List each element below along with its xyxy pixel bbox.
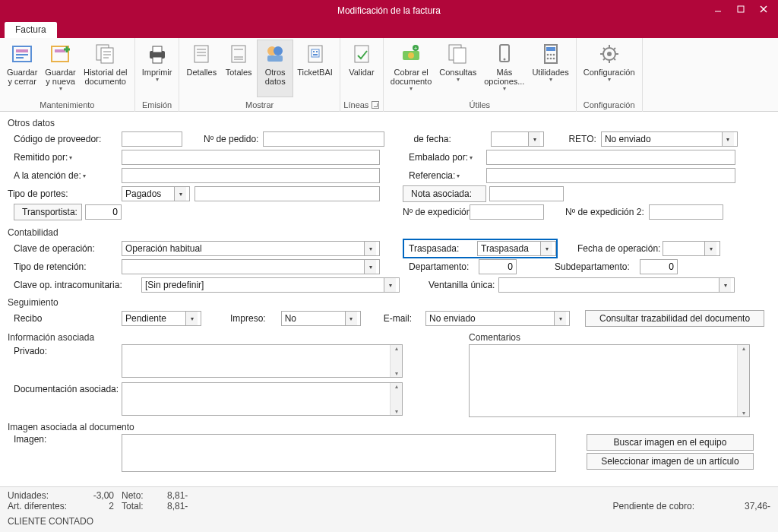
- totales-button[interactable]: Totales: [220, 40, 257, 97]
- svg-line-62: [614, 48, 615, 49]
- section-contabilidad: Contabilidad: [8, 227, 770, 238]
- svg-rect-35: [313, 54, 318, 55]
- section-otros-datos: Otros datos: [8, 118, 770, 128]
- status-bar: Unidades: -3,00 Neto: 8,81- Art. diferen…: [0, 486, 778, 532]
- window-title: Modificación de la factura: [0, 5, 778, 16]
- input-num-pedido[interactable]: [263, 131, 384, 147]
- svg-line-61: [603, 59, 605, 60]
- group-lineas-label: Líneas: [340, 100, 383, 112]
- configuracion-button[interactable]: Configuración▾: [580, 40, 639, 97]
- validar-button[interactable]: Validar: [343, 40, 380, 97]
- svg-rect-13: [101, 48, 113, 63]
- lbl-cod-prov: Código de proveedor:: [8, 131, 122, 147]
- section-imagen: Imagen asociada al documento: [8, 422, 770, 432]
- scrollbar[interactable]: ▴▾: [737, 345, 749, 416]
- input-exp2[interactable]: [649, 204, 723, 220]
- lbl-exp2: Nº de expedición 2:: [559, 204, 644, 220]
- lbl-clave-op: Clave de operación:: [8, 241, 122, 256]
- textarea-doc-asoc[interactable]: ▴▾: [122, 382, 403, 416]
- otros-datos-button[interactable]: Otros datos: [257, 40, 293, 97]
- btn-nota-asociada[interactable]: Nota asociada:: [403, 185, 486, 202]
- tab-row: Factura: [0, 21, 778, 38]
- lineas-dialog-launcher-icon[interactable]: [372, 101, 379, 109]
- svg-rect-18: [153, 46, 162, 52]
- input-nota-asoc[interactable]: [489, 186, 564, 201]
- tab-factura[interactable]: Factura: [5, 22, 57, 38]
- input-referencia[interactable]: [486, 168, 735, 183]
- scrollbar[interactable]: ▴▾: [390, 383, 402, 415]
- textarea-privado[interactable]: ▴▾: [122, 344, 403, 378]
- lbl-embalado[interactable]: Embalado por:: [403, 150, 486, 165]
- input-atencion[interactable]: [122, 168, 380, 183]
- input-cod-prov[interactable]: [122, 131, 182, 147]
- textarea-comentarios[interactable]: ▴▾: [469, 344, 750, 417]
- combo-clave-op[interactable]: Operación habitual▾: [122, 241, 380, 256]
- lbl-atencion[interactable]: A la atención de:: [8, 168, 122, 183]
- svg-point-44: [503, 59, 505, 61]
- svg-point-38: [408, 52, 414, 59]
- lbl-impreso: Impreso:: [224, 311, 266, 326]
- historial-button[interactable]: Historial del documento: [80, 40, 131, 97]
- ft-neto-val: 8,81-: [167, 490, 205, 501]
- section-info-asoc: Información asociada: [8, 332, 460, 343]
- group-utiles-label: Útiles: [384, 100, 576, 112]
- svg-rect-20: [194, 46, 208, 62]
- svg-rect-9: [55, 49, 65, 52]
- minimize-button[interactable]: [707, 0, 729, 18]
- input-transportista[interactable]: [85, 204, 122, 220]
- scrollbar[interactable]: ▴▾: [390, 345, 402, 377]
- consultas-icon: [446, 42, 470, 66]
- guardar-nueva-button[interactable]: Guardar y nueva▾: [41, 40, 79, 97]
- lbl-reto: RETO:: [562, 131, 596, 147]
- combo-tipo-portes[interactable]: Pagados▾: [122, 186, 190, 201]
- input-remitido[interactable]: [122, 150, 380, 165]
- combo-traspasada[interactable]: Traspasada▾: [477, 241, 556, 256]
- combo-de-fecha[interactable]: ▾: [491, 131, 544, 147]
- svg-rect-19: [153, 57, 162, 63]
- ft-neto-lbl: Neto:: [122, 490, 167, 501]
- totales-icon: [226, 42, 251, 66]
- input-departamento[interactable]: [479, 259, 517, 274]
- input-portes-extra[interactable]: [194, 186, 380, 201]
- svg-point-51: [549, 58, 552, 60]
- utilidades-button[interactable]: Utilidades▾: [528, 40, 572, 97]
- cobrar-button[interactable]: + Cobrar el documento▾: [387, 40, 435, 97]
- input-subdep[interactable]: [640, 259, 678, 274]
- btn-buscar-imagen[interactable]: Buscar imagen en el equipo: [587, 434, 754, 451]
- lbl-referencia[interactable]: Referencia:: [403, 168, 486, 183]
- close-button[interactable]: [752, 0, 775, 18]
- combo-reto[interactable]: No enviado▾: [601, 131, 738, 147]
- svg-point-29: [274, 46, 283, 55]
- detalles-button[interactable]: Detalles: [182, 40, 220, 97]
- lbl-remitido[interactable]: Remitido por:: [8, 150, 122, 165]
- btn-trazabilidad[interactable]: Consultar trazabilidad del documento: [585, 310, 764, 327]
- combo-recibo[interactable]: Pendiente▾: [122, 311, 201, 326]
- combo-fecha-op[interactable]: ▾: [663, 241, 720, 256]
- combo-impreso[interactable]: No▾: [281, 311, 361, 326]
- ft-pend-lbl: Pendiente de cobro:: [613, 501, 694, 511]
- svg-rect-30: [267, 55, 283, 62]
- ticketbai-button[interactable]: TicketBAI: [293, 40, 337, 97]
- otros-datos-icon: [263, 42, 287, 66]
- mas-opciones-button[interactable]: Más opciones...▾: [480, 40, 528, 97]
- combo-ventanilla[interactable]: ▾: [498, 277, 735, 293]
- combo-email[interactable]: No enviado▾: [425, 311, 570, 326]
- btn-transportista[interactable]: Transportista:: [14, 204, 82, 220]
- consultas-button[interactable]: Consultas▾: [435, 40, 480, 97]
- maximize-button[interactable]: [729, 0, 752, 18]
- svg-rect-36: [355, 46, 368, 62]
- imprimir-button[interactable]: Imprimir▾: [138, 40, 176, 97]
- input-exp1[interactable]: [470, 204, 544, 220]
- svg-point-48: [549, 54, 552, 56]
- guardar-cerrar-button[interactable]: Guardar y cerrar: [3, 40, 41, 97]
- svg-rect-33: [313, 51, 315, 52]
- cobrar-icon: +: [399, 42, 423, 66]
- input-embalado[interactable]: [486, 150, 735, 165]
- lbl-traspasada: Traspasada:: [404, 241, 477, 256]
- ribbon: Guardar y cerrar Guardar y nueva▾ Histor…: [0, 38, 778, 112]
- combo-clave-intra[interactable]: [Sin predefinir]▾: [141, 277, 400, 293]
- combo-tipo-ret[interactable]: ▾: [122, 259, 380, 274]
- ft-unidades-val: -3,00: [68, 490, 114, 501]
- btn-sel-imagen[interactable]: Seleccionar imagen de un artículo: [587, 453, 754, 470]
- svg-point-47: [546, 54, 549, 56]
